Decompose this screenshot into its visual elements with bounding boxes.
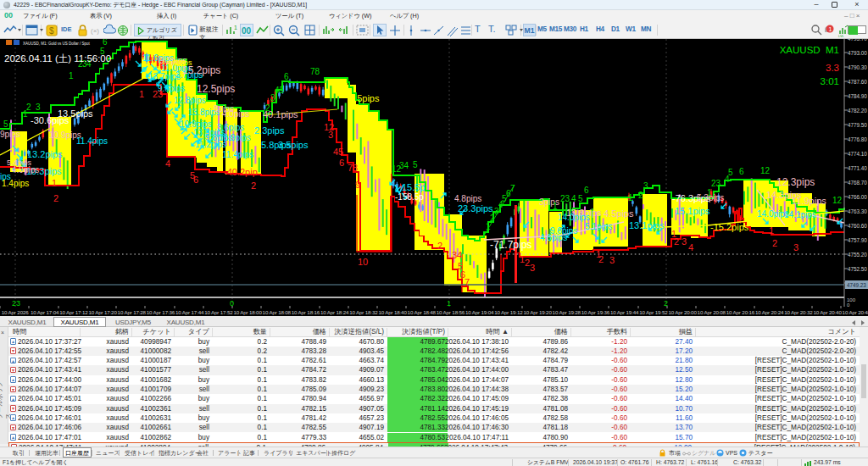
svg-text:4795.70: 4795.70 (848, 39, 867, 42)
svg-text:2: 2 (638, 191, 643, 200)
svg-text:$: $ (49, 26, 54, 36)
svg-text:10 Apr 18:00: 10 Apr 18:00 (233, 309, 262, 315)
svg-text:4749.23: 4749.23 (847, 282, 866, 288)
svg-text:2: 2 (26, 103, 31, 112)
svg-text:10 Apr 18:32: 10 Apr 18:32 (349, 309, 378, 315)
svg-text:-15.2pips: -15.2pips (710, 222, 749, 232)
svg-text:4776.80: 4776.80 (848, 136, 867, 142)
svg-text:34: 34 (399, 161, 409, 170)
svg-text:10 Apr 20:00: 10 Apr 20:00 (668, 309, 697, 315)
svg-text:12.5pips: 12.5pips (197, 83, 235, 95)
svg-text:1: 1 (447, 299, 451, 308)
svg-text:4755.20: 4755.20 (848, 252, 867, 258)
svg-text:13.7pips: 13.7pips (148, 72, 181, 81)
svg-text:7: 7 (510, 184, 515, 193)
svg-text:12.3pips: 12.3pips (776, 176, 815, 188)
svg-text:-71.7pips: -71.7pips (490, 239, 531, 251)
svg-text:(×): (×) (91, 27, 99, 35)
svg-text:15.5p: 15.5p (402, 182, 426, 192)
svg-text:1: 1 (628, 193, 633, 202)
svg-text:78: 78 (310, 67, 320, 76)
svg-text:1.5pips: 1.5pips (349, 93, 380, 103)
svg-text:12: 12 (760, 166, 771, 175)
svg-text:23.3pips: 23.3pips (458, 203, 493, 214)
svg-text:4752.50: 4752.50 (848, 266, 867, 272)
svg-text:4757.90: 4757.90 (848, 237, 867, 243)
svg-text:4763.30: 4763.30 (848, 208, 867, 214)
svg-text:1: 1 (139, 89, 144, 99)
svg-text:1: 1 (829, 26, 832, 32)
svg-text:23: 23 (12, 299, 20, 308)
svg-text:4793.00: 4793.00 (848, 50, 867, 56)
svg-text:3: 3 (643, 181, 648, 191)
svg-text:3.6pips: 3.6pips (217, 123, 244, 132)
svg-text:45: 45 (275, 86, 285, 95)
svg-text:13.1pips: 13.1pips (629, 220, 665, 230)
svg-text:5: 5 (3, 119, 8, 129)
svg-text:11.4pips: 11.4pips (76, 136, 108, 146)
svg-text:1: 1 (52, 178, 57, 188)
svg-text:4779.50: 4779.50 (848, 122, 867, 128)
svg-text:-30.6pips: -30.6pips (31, 115, 70, 125)
svg-text:10 Apr 19:04: 10 Apr 19:04 (465, 309, 494, 315)
svg-text:4787.60: 4787.60 (848, 79, 867, 85)
svg-text:11.4pips: 11.4pips (222, 150, 253, 159)
svg-text:10 Apr 20:16: 10 Apr 20:16 (726, 309, 755, 315)
svg-text:4768.70: 4768.70 (848, 180, 867, 186)
svg-text:5: 5 (413, 160, 418, 169)
svg-text:2: 2 (265, 103, 270, 113)
svg-text:10 Apr 18:48: 10 Apr 18:48 (408, 309, 437, 315)
svg-text:4774.10: 4774.10 (848, 151, 867, 157)
svg-text:34: 34 (452, 250, 462, 260)
svg-text:4784.90: 4784.90 (848, 93, 867, 99)
svg-text:3: 3 (328, 130, 333, 140)
svg-text:6: 6 (739, 167, 744, 176)
svg-text:XAUUSD M1: XAUUSD M1 (780, 45, 839, 55)
svg-text:1: 1 (553, 202, 558, 211)
svg-text:4: 4 (165, 158, 170, 169)
svg-text:1: 1 (769, 225, 774, 236)
svg-text:1: 1 (707, 188, 712, 197)
svg-text:10 Apr 17:52: 10 Apr 17:52 (204, 309, 233, 315)
svg-text:10 Apr 19:28: 10 Apr 19:28 (553, 309, 581, 315)
svg-text:10 Apr 19:52: 10 Apr 19:52 (639, 309, 668, 315)
svg-text:4: 4 (571, 194, 576, 203)
svg-text:7: 7 (465, 277, 470, 287)
svg-text:1: 1 (69, 71, 74, 80)
svg-text:14.1pips: 14.1pips (784, 210, 816, 219)
svg-text:13.2pips: 13.2pips (27, 149, 63, 159)
svg-text:15.2pips: 15.2pips (182, 64, 220, 76)
svg-text:4766.00: 4766.00 (848, 194, 867, 200)
svg-text:3: 3 (36, 103, 41, 112)
svg-text:1: 1 (234, 25, 237, 31)
svg-text:10 Apr 20:40: 10 Apr 20:40 (813, 309, 842, 315)
svg-text:10 Apr 17:04: 10 Apr 17:04 (31, 309, 59, 315)
svg-text:10 Apr 19:44: 10 Apr 19:44 (610, 309, 639, 315)
svg-text:10 Apr 17:12: 10 Apr 17:12 (59, 309, 88, 315)
svg-text:4: 4 (688, 242, 693, 252)
svg-text:10 Apr 20:08: 10 Apr 20:08 (698, 309, 726, 315)
svg-text:3: 3 (793, 242, 798, 252)
svg-text:10 Apr 18:40: 10 Apr 18:40 (378, 309, 407, 315)
svg-text:4.6pips: 4.6pips (540, 233, 567, 242)
svg-text:23: 23 (560, 194, 570, 203)
svg-text:3: 3 (609, 255, 615, 265)
svg-text:10: 10 (358, 257, 368, 267)
svg-text:10 Apr 19:20: 10 Apr 19:20 (523, 309, 552, 315)
svg-text:10 Apr 20:24: 10 Apr 20:24 (755, 309, 784, 315)
svg-text:2: 2 (53, 193, 58, 203)
svg-text:12.8pips: 12.8pips (174, 96, 206, 105)
svg-text:LVL: LVL (838, 34, 845, 37)
svg-text:10 Apr 20:48: 10 Apr 20:48 (843, 309, 868, 315)
svg-text:16.9pips: 16.9pips (219, 133, 251, 142)
svg-text:4.5pips: 4.5pips (604, 208, 634, 219)
svg-text:10 Apr 18:08: 10 Apr 18:08 (263, 309, 292, 315)
svg-text:4760.60: 4760.60 (848, 223, 867, 229)
svg-text:23: 23 (153, 89, 163, 99)
svg-text:6: 6 (339, 158, 344, 168)
svg-text:10 Apr 17:28: 10 Apr 17:28 (118, 309, 147, 315)
svg-text:2: 2 (251, 180, 256, 191)
svg-text:10 Apr 17:20: 10 Apr 17:20 (88, 309, 117, 315)
svg-text:6: 6 (103, 39, 108, 47)
svg-text:5.1pips: 5.1pips (585, 222, 612, 231)
